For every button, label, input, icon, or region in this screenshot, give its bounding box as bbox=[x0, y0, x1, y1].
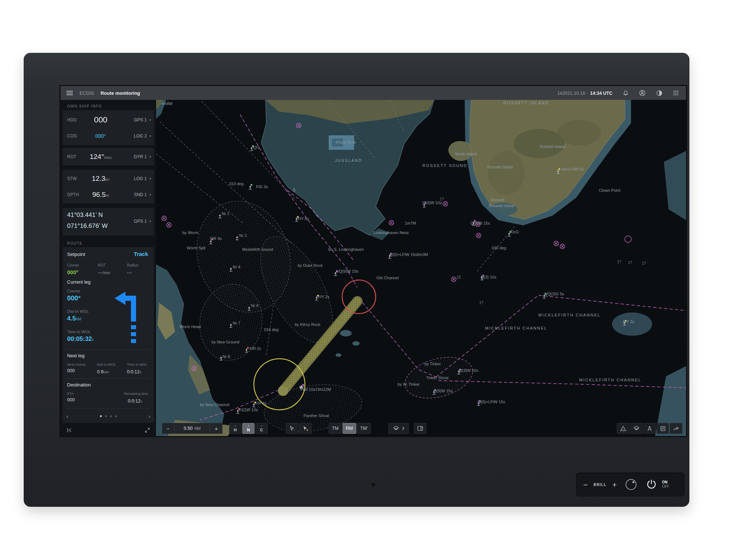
hdg-source-select[interactable]: GPS 1▾ bbox=[134, 117, 151, 122]
next-time-col: Time to WOL bbox=[127, 362, 147, 366]
next-leg-label: Next leg bbox=[67, 353, 85, 358]
chart-label: FlW 10s19m12M bbox=[301, 387, 331, 392]
next-course-col: Next course bbox=[67, 362, 86, 366]
chart-panel-control bbox=[414, 423, 426, 434]
orientation-north-up-button[interactable]: ↑N bbox=[242, 423, 255, 434]
power-button[interactable] bbox=[646, 479, 657, 491]
chart-label: JUSSLAND bbox=[335, 158, 362, 163]
chart-label: FlR 4s bbox=[210, 236, 222, 241]
motion-mode-control: TM RM TM’ bbox=[329, 423, 371, 434]
page-title: Route monitoring bbox=[101, 90, 140, 96]
chart-label: MICKLEFIRTH CHANNEL bbox=[579, 378, 642, 382]
pager-dot[interactable] bbox=[115, 415, 117, 417]
chart-label: Q(3)W 10s bbox=[422, 201, 442, 205]
chart-label: MICKLEFIRTH CHANNEL bbox=[538, 313, 601, 317]
chart-label: Rossett Island bbox=[487, 165, 513, 169]
chart-label: 1? bbox=[628, 261, 632, 265]
chart-label: 1? bbox=[642, 261, 646, 265]
setpoint-label: Setpoint bbox=[67, 252, 85, 257]
cursor-target-tool-button[interactable] bbox=[299, 423, 311, 434]
destination-label: Destination bbox=[67, 382, 91, 388]
chart-label: Rossett Island bbox=[540, 144, 565, 149]
user-account-icon[interactable] bbox=[639, 89, 646, 97]
pager-next-icon[interactable]: › bbox=[148, 413, 150, 419]
day-night-mode-icon[interactable] bbox=[655, 89, 663, 97]
cog-source-select[interactable]: LOG 2▾ bbox=[134, 133, 151, 139]
monitor-controls: − BRILL + ON OFF bbox=[576, 472, 685, 497]
next-dist-col: Dist to WOL bbox=[97, 362, 116, 366]
range-value: 0.50NM bbox=[174, 423, 210, 433]
brilliance-increase-button[interactable]: + bbox=[612, 481, 618, 489]
layers-icon[interactable] bbox=[630, 423, 643, 434]
next-course-value: 000 bbox=[67, 368, 75, 373]
time-text: 14:34 UTC bbox=[590, 91, 612, 96]
stw-label: STW bbox=[67, 176, 77, 181]
setpoint-radius-value: --- bbox=[127, 270, 132, 275]
remaining-time-col: Remaining time bbox=[124, 392, 148, 396]
route-send-icon[interactable] bbox=[670, 423, 682, 434]
date-text: 142021.10.18 - bbox=[557, 91, 588, 96]
monitor-bezel: ECDIS Route monitoring 142021.10.18 -14:… bbox=[24, 53, 689, 507]
cog-value: 000° bbox=[96, 133, 106, 139]
chevron-down-icon: ▾ bbox=[149, 219, 151, 223]
rot-label: ROT bbox=[67, 154, 76, 159]
rot-source-select[interactable]: GYR 1▾ bbox=[133, 154, 151, 159]
chart-label: Nr 8 bbox=[222, 354, 230, 359]
stw-source-label: LOG 1 bbox=[134, 176, 147, 181]
hamburger-menu-icon[interactable] bbox=[66, 91, 73, 95]
chart-label: Rossett Island bbox=[489, 203, 514, 208]
rot-source-label: GYR 1 bbox=[133, 154, 147, 159]
stw-source-select[interactable]: LOG 1▾ bbox=[134, 176, 151, 181]
app-name: ECDIS bbox=[80, 90, 94, 96]
chart-panel-button[interactable] bbox=[414, 423, 426, 434]
range-zoom-in-button[interactable]: + bbox=[210, 423, 222, 433]
cursor-pick-tool-button[interactable] bbox=[286, 423, 298, 434]
chevron-down-icon: ▾ bbox=[149, 193, 151, 197]
pager-dot[interactable] bbox=[100, 415, 102, 417]
position-source-select[interactable]: GPS 1▾ bbox=[134, 219, 151, 224]
brilliance-decrease-button[interactable]: − bbox=[582, 481, 588, 489]
bearing-tool-icon[interactable] bbox=[643, 423, 656, 434]
chart-label: FlY 5s bbox=[298, 217, 309, 221]
cursor-tools bbox=[286, 423, 311, 434]
route-log-icon[interactable] bbox=[657, 423, 669, 434]
chart-label: Nr 4 bbox=[233, 265, 240, 269]
nautical-chart[interactable]: ⚓ 4m8MROSSETT ISLANDQGRoyal DockJUSSLAND… bbox=[156, 100, 686, 436]
expand-panel-icon[interactable] bbox=[143, 426, 152, 435]
pager-dot[interactable] bbox=[110, 415, 112, 417]
chart-label: by Tinker bbox=[425, 362, 441, 366]
chart-alert-icon[interactable] bbox=[617, 423, 630, 434]
chart-area: ⚓ 4m8MROSSETT ISLANDQGRoyal DockJUSSLAND… bbox=[156, 100, 686, 436]
orientation-head-up-button[interactable]: ↑H bbox=[229, 423, 241, 434]
chart-label: FlG 3s bbox=[256, 184, 268, 189]
current-leg-label: Current leg bbox=[67, 279, 90, 285]
setpoint-course-col: Course bbox=[67, 263, 79, 267]
chart-label: FlY 2s bbox=[318, 295, 329, 299]
dpth-label: DPTH bbox=[67, 192, 79, 197]
apps-grid-icon[interactable] bbox=[672, 89, 680, 97]
range-zoom-out-button[interactable]: − bbox=[162, 423, 174, 433]
chart-label: FlY 3s bbox=[623, 319, 634, 324]
chart-label: by Kilroy Rock bbox=[295, 322, 321, 327]
cog-source-label: LOG 2 bbox=[134, 133, 147, 139]
rot-value: 124° bbox=[90, 153, 104, 160]
route-mode-value: Track bbox=[134, 251, 148, 257]
chart-label: 030 deg bbox=[492, 246, 506, 250]
orientation-course-up-button[interactable]: ↑C bbox=[255, 423, 268, 434]
notifications-bell-icon[interactable] bbox=[622, 89, 629, 97]
pager-dot[interactable] bbox=[105, 415, 107, 417]
relative-motion-button[interactable]: RM bbox=[342, 423, 356, 434]
true-motion-button[interactable]: TM bbox=[329, 423, 342, 434]
off-label: OFF bbox=[662, 485, 669, 489]
latitude-value: 41°03.441’ N bbox=[67, 211, 103, 219]
collapse-sidebar-icon[interactable] bbox=[65, 426, 74, 435]
brilliance-knob[interactable] bbox=[626, 479, 636, 490]
chart-label: 1m7M bbox=[405, 221, 416, 225]
knob-marker bbox=[632, 481, 634, 483]
eta-col: ETA bbox=[67, 392, 74, 396]
true-motion-alt-button[interactable]: TM’ bbox=[357, 423, 371, 434]
pager-prev-icon[interactable]: ‹ bbox=[66, 413, 68, 419]
chart-layers-button[interactable] bbox=[388, 423, 409, 434]
dpth-source-select[interactable]: SND 1▾ bbox=[134, 192, 151, 197]
dpth-source-label: SND 1 bbox=[134, 192, 147, 197]
